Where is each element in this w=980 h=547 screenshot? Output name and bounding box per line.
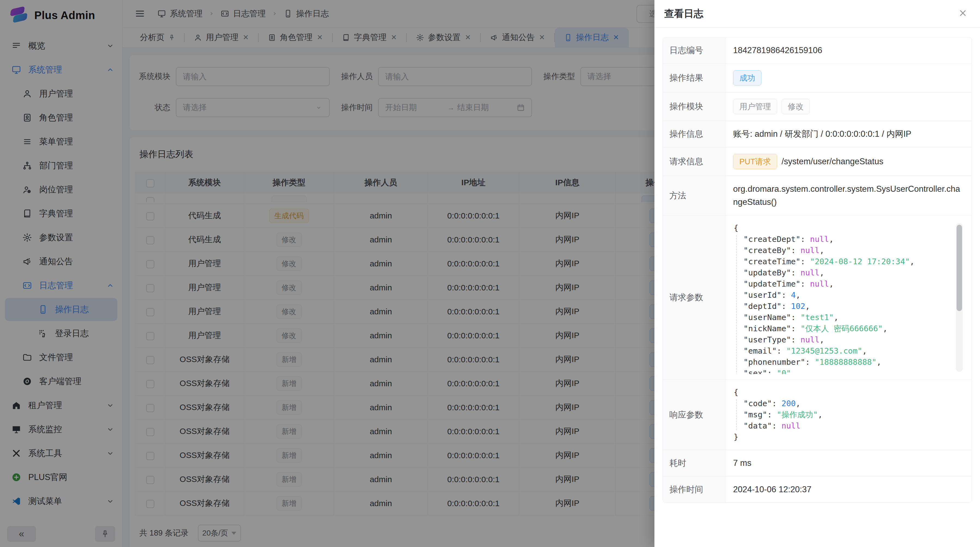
op-module-tag: 修改 — [781, 99, 810, 114]
detail-value: 1842781986426159106 — [725, 37, 972, 64]
drawer-title: 查看日志 — [664, 7, 703, 21]
request-info-tag: PUT请求 — [733, 154, 777, 169]
detail-label: 操作信息 — [663, 121, 725, 147]
detail-label: 操作时间 — [663, 477, 725, 502]
op-result-tag: 成功 — [733, 70, 761, 86]
log-detail-table: 日志编号1842781986426159106操作结果成功操作模块用户管理修改操… — [663, 37, 972, 503]
detail-value: PUT请求/system/user/changeStatus — [725, 147, 972, 176]
log-detail-drawer: 查看日志 日志编号1842781986426159106操作结果成功操作模块用户… — [654, 0, 980, 547]
detail-row-method: 方法org.dromara.system.controller.system.S… — [663, 176, 972, 215]
detail-value: {"code": 200,"msg": "操作成功","data": null} — [725, 380, 972, 450]
app: Plus Admin 概览系统管理用户管理角色管理菜单管理部门管理岗位管理字典管… — [0, 0, 980, 547]
detail-row-log-id: 日志编号1842781986426159106 — [663, 37, 972, 64]
code-scrollbar — [956, 223, 963, 372]
detail-value: 成功 — [725, 64, 972, 92]
detail-value: org.dromara.system.controller.system.Sys… — [725, 176, 972, 215]
detail-row-op-module: 操作模块用户管理修改 — [663, 92, 972, 121]
json-code-block: {"createDept": null,"createBy": null,"cr… — [732, 221, 965, 374]
detail-label: 请求参数 — [663, 215, 725, 380]
json-code-block: {"code": 200,"msg": "操作成功","data": null} — [732, 385, 965, 444]
op-module-tag: 用户管理 — [733, 99, 777, 114]
drawer-header: 查看日志 — [654, 0, 980, 28]
close-icon[interactable] — [958, 8, 970, 20]
detail-value: 2024-10-06 12:20:37 — [725, 477, 972, 502]
detail-label: 请求信息 — [663, 147, 725, 176]
detail-label: 耗时 — [663, 450, 725, 476]
detail-value: 用户管理修改 — [725, 92, 972, 121]
detail-value: 账号: admin / 研发部门 / 0:0:0:0:0:0:0:1 / 内网I… — [725, 121, 972, 147]
detail-row-op-time: 操作时间2024-10-06 12:20:37 — [663, 476, 972, 502]
code-scrollbar-thumb[interactable] — [956, 225, 962, 311]
detail-label: 响应参数 — [663, 380, 725, 450]
detail-row-response-params: 响应参数{"code": 200,"msg": "操作成功","data": n… — [663, 380, 972, 450]
detail-label: 操作结果 — [663, 64, 725, 92]
detail-label: 方法 — [663, 176, 725, 215]
detail-row-op-info: 操作信息账号: admin / 研发部门 / 0:0:0:0:0:0:0:1 /… — [663, 121, 972, 147]
detail-row-request-info: 请求信息PUT请求/system/user/changeStatus — [663, 147, 972, 176]
detail-value: {"createDept": null,"createBy": null,"cr… — [725, 215, 972, 380]
detail-label: 日志编号 — [663, 37, 725, 64]
detail-row-request-params: 请求参数{"createDept": null,"createBy": null… — [663, 215, 972, 380]
request-url: /system/user/changeStatus — [781, 155, 883, 168]
detail-label: 操作模块 — [663, 92, 725, 121]
detail-value: 7 ms — [725, 450, 972, 476]
detail-row-op-result: 操作结果成功 — [663, 64, 972, 92]
detail-row-cost-time: 耗时7 ms — [663, 450, 972, 476]
